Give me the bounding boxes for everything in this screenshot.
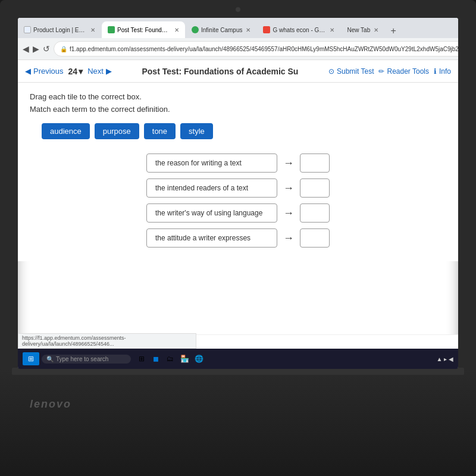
next-icon: ▶ [106, 67, 112, 76]
laptop-base: lenovo [0, 369, 476, 476]
forward-button[interactable]: ▶ [33, 42, 39, 55]
arrow-4: → [283, 232, 294, 245]
start-button[interactable]: ⊞ [23, 352, 39, 365]
page-title: Post Test: Foundations of Academic Su [117, 67, 324, 76]
dropdown-icon[interactable]: ▾ [79, 67, 83, 76]
tab-close-3[interactable]: ✕ [246, 27, 250, 33]
taskbar-icon-edge[interactable]: ◼ [150, 353, 162, 365]
search-placeholder: Type here to search [56, 356, 108, 362]
definition-box-3: the writer's way of using language [146, 203, 277, 223]
info-icon: ℹ [434, 67, 437, 76]
info-label: Info [439, 67, 451, 76]
refresh-button[interactable]: ↺ [43, 42, 50, 55]
taskbar-icon-grid[interactable]: ⊞ [136, 353, 148, 365]
next-button[interactable]: Next ▶ [87, 67, 112, 76]
status-url: https://f1.app.edmentum.com/assessments-… [18, 333, 196, 349]
tab-posttest[interactable]: Post Test: Foundations of Aca... ✕ [102, 21, 185, 38]
tab-close-5[interactable]: ✕ [374, 27, 378, 33]
laptop-body: Product Login | Edmentum ✕ Post Test: Fo… [0, 0, 476, 476]
arrow-2: → [283, 182, 294, 195]
definition-box-2: the intended readers of a text [146, 178, 277, 198]
answer-box-2[interactable] [300, 178, 330, 198]
tab-label-1: Product Login | Edmentum [33, 27, 87, 33]
taskbar-right: ▲ ▸ ◀ [437, 356, 453, 362]
tab-campus[interactable]: Infinite Campus ✕ [186, 21, 256, 38]
submit-icon: ⊙ [328, 67, 334, 76]
tab-close-4[interactable]: ✕ [330, 27, 334, 33]
tab-label-5: New Tab [347, 27, 370, 33]
taskbar-icons: ⊞ ◼ 🗂 🏪 🌐 [136, 353, 205, 365]
next-label: Next [87, 67, 104, 76]
match-row-2: the intended readers of a text → [146, 178, 330, 198]
tab-edmentum[interactable]: Product Login | Edmentum ✕ [18, 21, 101, 38]
back-button[interactable]: ◀ [23, 42, 29, 55]
taskbar-icon-store[interactable]: 🏪 [178, 353, 190, 365]
drag-instruction: Drag each tile to the correct box. [30, 92, 446, 101]
new-tab-button[interactable]: + [386, 24, 400, 38]
match-instruction: Match each term to the correct definitio… [30, 105, 446, 114]
previous-icon: ◀ [25, 67, 31, 76]
taskbar-icon-explorer[interactable]: 🗂 [164, 353, 176, 365]
arrow-3: → [283, 207, 294, 220]
previous-button[interactable]: ◀ Previous [25, 67, 64, 76]
address-box[interactable]: 🔒 f1.app.edmentum.com/assessments-delive… [54, 41, 458, 57]
match-row-3: the writer's way of using language → [146, 203, 330, 223]
definition-box-1: the reason for writing a text [146, 154, 277, 173]
tab-bar: Product Login | Edmentum ✕ Post Test: Fo… [18, 18, 458, 38]
answer-box-1[interactable] [300, 154, 330, 173]
tile-purpose[interactable]: purpose [95, 123, 139, 139]
match-row-1: the reason for writing a text → [146, 154, 330, 173]
taskbar: ⊞ 🔍 Type here to search ⊞ ◼ 🗂 🏪 🌐 ▲ ▸ ◀ [18, 349, 458, 369]
tab-new[interactable]: New Tab ✕ [341, 21, 384, 38]
browser-chrome: Product Login | Edmentum ✕ Post Test: Fo… [18, 18, 458, 60]
taskbar-icon-chrome[interactable]: 🌐 [193, 353, 205, 365]
previous-label: Previous [33, 67, 64, 76]
question-number-display: 24 ▾ [68, 67, 83, 76]
matching-container: the reason for writing a text → the inte… [30, 154, 446, 248]
tab-google[interactable]: G whats econ - Google Search ✕ [257, 21, 340, 38]
tab-label-3: Infinite Campus [201, 27, 242, 33]
webcam [236, 7, 240, 12]
tab-label-4: G whats econ - Google Search [273, 27, 326, 33]
tab-favicon-3 [192, 26, 199, 33]
arrow-1: → [283, 157, 294, 170]
tab-favicon-2 [108, 26, 115, 33]
search-icon: 🔍 [46, 356, 54, 362]
tab-favicon-4 [263, 26, 270, 33]
address-text: f1.app.edmentum.com/assessments-delivery… [70, 46, 458, 52]
answer-box-4[interactable] [300, 228, 330, 248]
tab-label-2: Post Test: Foundations of Aca... [117, 27, 171, 33]
screen: Product Login | Edmentum ✕ Post Test: Fo… [18, 18, 458, 369]
tab-close-1[interactable]: ✕ [90, 27, 95, 33]
submit-label: Submit Test [337, 67, 374, 76]
reader-tools-icon: ✏ [378, 67, 384, 76]
submit-test-button[interactable]: ⊙ Submit Test [328, 67, 374, 76]
tile-tone[interactable]: tone [144, 123, 176, 139]
taskbar-search[interactable]: 🔍 Type here to search [42, 355, 131, 364]
tile-audience[interactable]: audience [42, 123, 90, 139]
tab-close-2[interactable]: ✕ [174, 27, 179, 33]
answer-box-3[interactable] [300, 203, 330, 223]
lock-icon: 🔒 [60, 46, 67, 52]
tiles-container: audience purpose tone style [30, 123, 446, 139]
tab-favicon-1 [24, 26, 31, 33]
match-row-4: the attitude a writer expresses → [146, 228, 330, 248]
content-area: Drag each tile to the correct box. Match… [18, 83, 458, 261]
address-bar-row: ◀ ▶ ↺ 🔒 f1.app.edmentum.com/assessments-… [18, 38, 458, 60]
info-button[interactable]: ℹ Info [434, 67, 451, 76]
question-number: 24 [68, 67, 78, 76]
reader-tools-button[interactable]: ✏ Reader Tools [378, 67, 429, 76]
app-toolbar: ◀ Previous 24 ▾ Next ▶ Post Test: Founda… [18, 60, 458, 83]
definition-box-4: the attitude a writer expresses [146, 228, 277, 248]
taskbar-time: ▲ ▸ ◀ [437, 356, 453, 362]
tile-style[interactable]: style [180, 123, 213, 139]
lenovo-logo: lenovo [30, 398, 71, 411]
reader-tools-label: Reader Tools [387, 67, 429, 76]
